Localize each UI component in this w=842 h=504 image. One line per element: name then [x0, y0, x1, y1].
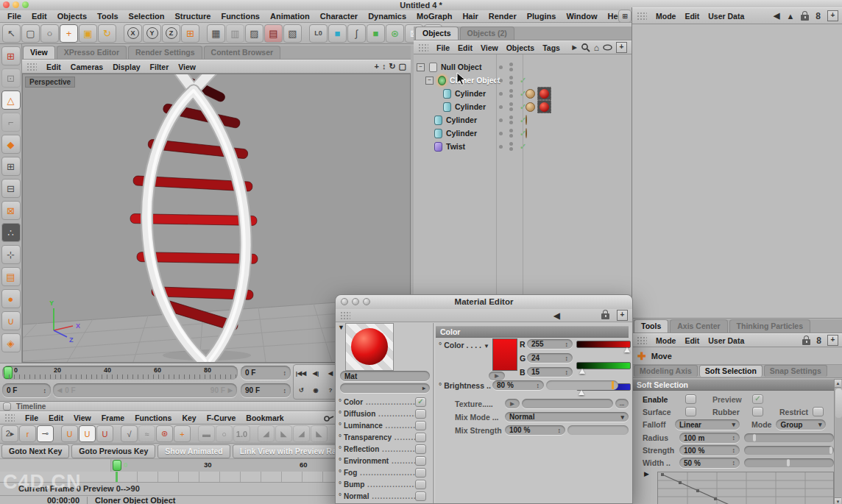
surface-checkbox[interactable]	[685, 407, 696, 416]
channel-checkbox[interactable]	[415, 456, 426, 466]
phong-tag-icon[interactable]	[526, 128, 527, 138]
editor-dot[interactable]	[509, 76, 513, 79]
workplane-icon[interactable]: ⊞	[1, 157, 21, 176]
menu-item[interactable]: Functions	[135, 414, 171, 422]
previous-key-button[interactable]: ◀|	[313, 370, 319, 377]
r-slider-handle[interactable]	[624, 347, 630, 352]
menu-item[interactable]: Plugins	[527, 12, 556, 21]
dialog-titlebar[interactable]: Material Editor	[336, 295, 632, 310]
menu-item[interactable]: File	[7, 12, 21, 21]
render-dot[interactable]	[509, 81, 513, 85]
grip-handle[interactable]	[637, 336, 647, 345]
freehand-selection-icon[interactable]: ○	[40, 24, 59, 43]
render-settings-icon[interactable]: ▤	[264, 24, 283, 43]
coordinate-system-icon[interactable]: ⊞	[181, 24, 199, 43]
texture-browse-button[interactable]: ...	[615, 399, 629, 408]
uv-grid-icon[interactable]: ⊟	[1, 179, 21, 198]
current-frame-field[interactable]: 0 F↕	[241, 366, 291, 380]
channel-row[interactable]: Luminance	[339, 419, 431, 431]
channel-checkbox[interactable]	[415, 480, 426, 489]
rotate-tool-icon[interactable]: ↻	[98, 24, 116, 43]
fcurve-icon[interactable]: √	[121, 425, 138, 442]
radius-field[interactable]: 100 m↕	[679, 433, 740, 443]
visibility-dot[interactable]	[499, 79, 503, 82]
menu-item[interactable]: Bookmark	[246, 414, 283, 422]
texture-field[interactable]	[522, 399, 613, 408]
back-icon[interactable]: ◀	[553, 310, 560, 321]
menu-item[interactable]: Selection	[129, 12, 165, 21]
link-icon[interactable]: 8	[816, 336, 821, 346]
eye-icon[interactable]	[603, 44, 612, 51]
falloff-dropdown[interactable]: Linear▾	[675, 419, 740, 430]
render-queue-icon[interactable]: ▧	[283, 24, 302, 43]
circle-icon[interactable]: ○	[216, 425, 233, 442]
menu-item[interactable]: Window	[566, 12, 597, 21]
stepper-icon[interactable]: ↕	[732, 434, 736, 441]
chevron-right-icon[interactable]: ▸	[422, 385, 425, 391]
frame-ruler[interactable]: 0 20 40 60 80	[2, 366, 238, 380]
r-field[interactable]: 255↕	[527, 339, 573, 349]
visibility-dot[interactable]	[499, 105, 503, 109]
lock-icon[interactable]	[601, 313, 609, 319]
menu-item[interactable]: Cameras	[71, 63, 103, 71]
tools-subtab[interactable]: Modeling Axis	[634, 365, 698, 377]
render-dot[interactable]	[509, 121, 513, 124]
material-tag-selected[interactable]	[537, 100, 551, 113]
texture-expand-button[interactable]: ▶	[505, 399, 520, 408]
b-slider-handle[interactable]	[579, 390, 584, 395]
channel-row[interactable]: Fog	[339, 466, 431, 478]
width-slider[interactable]	[744, 458, 834, 467]
stepper-icon[interactable]: ↕	[732, 447, 736, 454]
ramp-linear-icon[interactable]: ◣	[311, 425, 328, 442]
editor-dot[interactable]	[509, 129, 513, 132]
magnet-frames-icon[interactable]: U	[96, 425, 113, 442]
menu-item[interactable]: Frame	[102, 414, 125, 422]
editor-dot[interactable]	[509, 63, 513, 66]
phong-tag-icon[interactable]	[526, 102, 535, 112]
channel-checkbox[interactable]	[415, 433, 426, 442]
menu-item[interactable]: MoGraph	[417, 12, 452, 21]
phong-tag-icon[interactable]	[526, 89, 535, 99]
enable-checkbox[interactable]	[685, 394, 696, 404]
menu-item[interactable]: Mode	[656, 336, 676, 345]
brightness-slider[interactable]	[546, 380, 618, 390]
grip-handle[interactable]	[26, 63, 37, 71]
preview-expander-icon[interactable]: ▼	[338, 324, 344, 331]
timeline-collapse-checkbox[interactable]	[3, 402, 11, 411]
material-preview[interactable]	[345, 323, 394, 371]
material-name-field[interactable]: Mat	[340, 371, 430, 381]
menu-item[interactable]: File	[25, 414, 38, 422]
strength-field[interactable]: 100 %↕	[679, 445, 740, 455]
soft-selection-header[interactable]: Soft Selection	[632, 379, 834, 391]
stepper-icon[interactable]: ↕	[43, 387, 47, 394]
snap-mode-icon[interactable]: ⊹	[1, 245, 21, 264]
b-field[interactable]: 15↕	[527, 367, 573, 377]
menu-item[interactable]: Hair	[462, 12, 478, 21]
editor-dot[interactable]	[509, 89, 513, 93]
viewport-tab[interactable]: XPresso Editor	[57, 46, 127, 59]
brightness-field[interactable]: 80 %↕	[492, 380, 544, 390]
channel-checkbox[interactable]	[415, 397, 426, 407]
material-editor-dialog[interactable]: Material Editor ◀ + ▼ Mat ▸ Color	[335, 294, 633, 504]
ramp-out-icon[interactable]: ◣	[275, 425, 292, 442]
stepper-icon[interactable]: ↕	[283, 387, 287, 394]
menu-item[interactable]: Edit	[49, 414, 63, 422]
channel-row[interactable]: Normal	[339, 490, 431, 502]
tools-subtab[interactable]: Snap Settings	[764, 365, 827, 377]
wave-icon[interactable]: ≈	[138, 425, 155, 442]
channel-row[interactable]: Color	[339, 396, 431, 408]
menu-item[interactable]: Tools	[97, 12, 118, 21]
range-left-arrow-icon[interactable]: ◀	[57, 387, 62, 394]
stepper-icon[interactable]: ↕	[565, 369, 569, 376]
tools-tab[interactable]: Axis Center	[670, 319, 727, 333]
material-tag-selected[interactable]	[537, 87, 551, 100]
editor-dot[interactable]	[509, 142, 513, 146]
nurbs-icon[interactable]: ■	[367, 24, 385, 43]
menu-item[interactable]: Edit	[458, 43, 473, 52]
menu-item[interactable]: Dynamics	[368, 12, 406, 21]
stepper-icon[interactable]: ↕	[565, 341, 569, 348]
add-panel-icon[interactable]: +	[617, 310, 628, 321]
stepper-icon[interactable]: ↕	[565, 355, 569, 362]
menu-item[interactable]: Tags	[542, 43, 560, 52]
mix-mode-dropdown[interactable]: Normal▾	[505, 412, 629, 422]
